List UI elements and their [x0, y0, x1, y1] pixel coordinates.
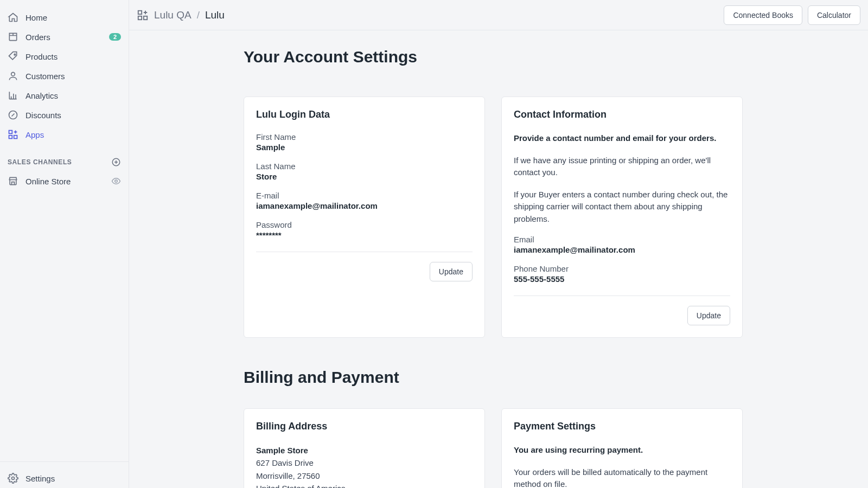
nav-label: Settings — [25, 474, 55, 483]
sales-channels-header: SALES CHANNELS — [0, 144, 129, 171]
svg-point-0 — [14, 54, 16, 55]
contact-phone-field: Phone Number 555-555-5555 — [514, 264, 730, 284]
tag-icon — [8, 51, 18, 62]
svg-rect-9 — [138, 10, 142, 14]
orders-badge: 2 — [109, 33, 121, 41]
svg-rect-3 — [9, 131, 12, 134]
email-field: E-mail iamanexample@mailinator.com — [256, 191, 473, 210]
password-field: Password ******** — [256, 220, 473, 240]
breadcrumb-current: Lulu — [205, 9, 225, 21]
content-scroll[interactable]: Your Account Settings Lulu Login Data Fi… — [129, 30, 868, 488]
divider — [514, 296, 730, 296]
nav-customers[interactable]: Customers — [0, 66, 129, 86]
nav-orders[interactable]: Orders 2 — [0, 27, 129, 47]
home-icon — [8, 12, 18, 23]
add-channel-icon[interactable] — [111, 157, 121, 167]
svg-rect-5 — [14, 136, 17, 139]
nav-apps[interactable]: Apps — [0, 125, 129, 144]
nav-label: Home — [25, 13, 47, 22]
field-label: Password — [256, 220, 473, 229]
nav-label: Products — [25, 52, 58, 61]
svg-rect-11 — [144, 16, 147, 19]
store-icon — [8, 176, 18, 187]
field-label: E-mail — [256, 191, 473, 200]
topbar-actions: Connected Books Calculator — [724, 5, 860, 25]
billing-address-card: Billing Address Sample Store 627 Davis D… — [244, 408, 485, 488]
svg-point-8 — [12, 477, 15, 480]
contact-p2: If your Buyer enters a contact number du… — [514, 189, 730, 226]
billing-name: Sample Store — [256, 444, 473, 457]
svg-point-1 — [11, 72, 15, 76]
app-icon — [137, 9, 149, 21]
nav-label: Customers — [25, 72, 65, 81]
topbar: Lulu QA / Lulu Connected Books Calculato… — [129, 0, 868, 30]
nav-label: Apps — [25, 130, 44, 139]
payment-p1: Your orders will be billed automatically… — [514, 466, 730, 489]
field-label: Email — [514, 235, 730, 244]
sidebar: Home Orders 2 Products Customers — [0, 0, 129, 488]
main-area: Lulu QA / Lulu Connected Books Calculato… — [129, 0, 868, 488]
page-title-account: Your Account Settings — [244, 48, 743, 66]
field-value: Store — [256, 172, 473, 181]
user-icon — [8, 70, 18, 81]
channel-label: Online Store — [25, 177, 71, 186]
field-label: Last Name — [256, 162, 473, 171]
svg-rect-4 — [9, 136, 12, 139]
content-inner: Your Account Settings Lulu Login Data Fi… — [244, 48, 754, 488]
nav-settings[interactable]: Settings — [8, 468, 121, 488]
nav-analytics[interactable]: Analytics — [0, 86, 129, 105]
calculator-button[interactable]: Calculator — [808, 5, 860, 25]
discount-icon — [8, 110, 18, 120]
billing-line3: United States of America — [256, 482, 473, 488]
payment-intro: You are using recurring payment. — [514, 444, 730, 457]
contact-email-field: Email iamanexample@mailinator.com — [514, 235, 730, 254]
last-name-field: Last Name Store — [256, 162, 473, 181]
field-value: ******** — [256, 230, 473, 240]
field-label: Phone Number — [514, 264, 730, 273]
login-data-card: Lulu Login Data First Name Sample Last N… — [244, 97, 485, 338]
contact-intro: Provide a contact number and email for y… — [514, 132, 730, 145]
connected-books-button[interactable]: Connected Books — [724, 5, 802, 25]
nav-label: Orders — [25, 33, 50, 42]
card-title: Contact Information — [514, 109, 730, 120]
card-actions: Update — [256, 262, 473, 281]
contact-info-card: Contact Information Provide a contact nu… — [501, 97, 743, 338]
card-title: Payment Settings — [514, 421, 730, 432]
breadcrumb-separator: / — [197, 9, 200, 21]
nav-discounts[interactable]: Discounts — [0, 105, 129, 125]
update-contact-button[interactable]: Update — [687, 306, 730, 325]
channel-online-store[interactable]: Online Store — [0, 171, 129, 191]
update-login-button[interactable]: Update — [430, 262, 473, 281]
card-title: Lulu Login Data — [256, 109, 473, 120]
svg-rect-10 — [138, 16, 142, 19]
divider — [256, 252, 473, 252]
billing-line1: 627 Davis Drive — [256, 457, 473, 469]
field-value: iamanexample@mailinator.com — [256, 201, 473, 210]
apps-icon — [8, 129, 18, 140]
billing-card-row: Billing Address Sample Store 627 Davis D… — [244, 408, 743, 488]
payment-settings-card: Payment Settings You are using recurring… — [501, 408, 743, 488]
contact-p1: If we have any issue printing or shippin… — [514, 155, 730, 179]
field-value: Sample — [256, 143, 473, 152]
orders-icon — [8, 31, 18, 42]
sidebar-footer: Settings — [0, 461, 129, 488]
sales-channels-label: SALES CHANNELS — [8, 158, 72, 166]
card-title: Billing Address — [256, 421, 473, 432]
account-card-row: Lulu Login Data First Name Sample Last N… — [244, 97, 743, 338]
view-store-icon[interactable] — [111, 176, 121, 186]
field-value: 555-555-5555 — [514, 274, 730, 284]
field-label: First Name — [256, 132, 473, 142]
field-value: iamanexample@mailinator.com — [514, 245, 730, 254]
svg-point-7 — [115, 180, 118, 183]
section-title-billing: Billing and Payment — [244, 368, 743, 387]
chart-icon — [8, 90, 18, 101]
breadcrumb-root[interactable]: Lulu QA — [154, 9, 192, 21]
nav-label: Discounts — [25, 111, 61, 120]
nav-home[interactable]: Home — [0, 8, 129, 27]
gear-icon — [8, 473, 18, 484]
nav-products[interactable]: Products — [0, 47, 129, 66]
nav-label: Analytics — [25, 91, 58, 100]
breadcrumb: Lulu QA / Lulu — [137, 9, 225, 21]
main-nav: Home Orders 2 Products Customers — [0, 8, 129, 461]
first-name-field: First Name Sample — [256, 132, 473, 152]
